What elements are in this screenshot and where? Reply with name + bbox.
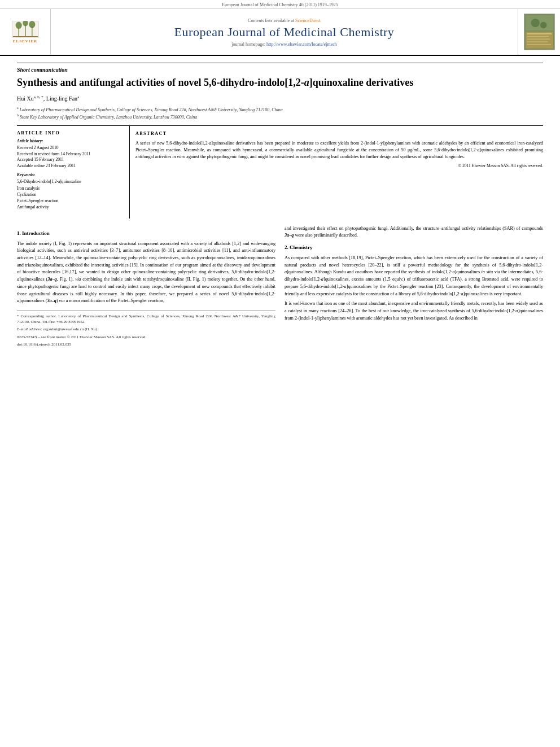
history-label: Article history: <box>17 138 124 143</box>
journal-homepage: journal homepage: http://www.elsevier.co… <box>231 42 337 47</box>
chemistry-title: 2. Chemistry <box>285 244 543 252</box>
elsevier-logo-area: ELSEVIER <box>0 9 51 55</box>
svg-rect-15 <box>527 39 549 40</box>
journal-homepage-link[interactable]: http://www.elsevier.com/locate/ejmech <box>266 42 337 47</box>
chemistry-para-1: As compared with other methods [18,19], … <box>285 255 543 298</box>
abstract-text: A series of new 5,6-dihydro-indolo[1,2-a… <box>135 140 543 160</box>
article-info-abstract-row: ARTICLE INFO Article history: Received 2… <box>17 125 543 218</box>
journal-cover-area <box>518 9 560 55</box>
svg-rect-14 <box>527 36 549 37</box>
svg-point-11 <box>531 19 539 27</box>
keywords-group: Keywords: 5,6-Dihydro-indolo[1,2-a]quino… <box>17 172 124 210</box>
footnote-doi: doi:10.1016/j.ejmech.2011.02.035 <box>17 342 275 348</box>
abstract-column: ABSTRACT A series of new 5,6-dihydro-ind… <box>130 126 543 218</box>
journal-title-area: Contents lists available at ScienceDirec… <box>51 9 518 55</box>
elsevier-logo-svg <box>8 21 42 38</box>
elsevier-logo: ELSEVIER <box>6 21 45 43</box>
body-right-column: and investigated their effect on phytopa… <box>285 225 543 350</box>
top-journal-bar: European Journal of Medicinal Chemistry … <box>0 0 560 9</box>
article-title: Synthesis and antifungal activities of n… <box>17 76 543 89</box>
sciencedirect-link[interactable]: ScienceDirect <box>295 18 321 23</box>
elsevier-wordmark: ELSEVIER <box>13 39 37 43</box>
article-info-column: ARTICLE INFO Article history: Received 2… <box>17 126 130 218</box>
article-history-group: Article history: Received 2 August 2010 … <box>17 138 124 169</box>
intro-para-1: The indole moiety (I, Fig. 1) represents… <box>17 241 275 305</box>
journal-title: European Journal of Medicinal Chemistry <box>174 25 395 40</box>
svg-rect-16 <box>527 41 548 42</box>
intro-title: 1. Introduction <box>17 230 275 238</box>
affiliation-b: b State Key Laboratory of Applied Organi… <box>17 113 543 120</box>
svg-point-2 <box>15 21 21 29</box>
received-date: Received 2 August 2010 <box>17 145 124 151</box>
chemistry-para-2: It is well-known that iron as one of the… <box>285 300 543 322</box>
cover-svg <box>524 14 554 50</box>
main-content: Short communication Synthesis and antifu… <box>0 56 560 356</box>
body-left-column: 1. Introduction The indole moiety (I, Fi… <box>17 225 275 350</box>
intro-para-2: and investigated their effect on phytopa… <box>285 225 543 239</box>
received-revised-label: Received in revised form 14 February 201… <box>17 151 124 158</box>
body-columns: 1. Introduction The indole moiety (I, Fi… <box>17 225 543 350</box>
svg-point-6 <box>29 21 35 28</box>
affiliations: a Laboratory of Pharmaceutical Design an… <box>17 106 543 120</box>
sciencedirect-line: Contents lists available at ScienceDirec… <box>248 18 321 23</box>
article-type: Short communication <box>17 63 543 73</box>
accepted-date: Accepted 15 February 2011 <box>17 157 124 163</box>
journal-cover-image <box>524 14 555 50</box>
journal-header: ELSEVIER Contents lists available at Sci… <box>0 9 560 56</box>
footnote-corresponding: * Corresponding author. Laboratory of Ph… <box>17 314 275 325</box>
footnote-email: E-mail address: orgxuhui@nwsuaf.edu.cn (… <box>17 327 275 333</box>
keyword-5: Antifungal activity <box>17 204 124 210</box>
keyword-2: Iron catalysis <box>17 185 124 191</box>
from-text: from <box>285 316 294 321</box>
abstract-copyright: © 2011 Elsevier Masson SAS. All rights r… <box>135 163 543 169</box>
article-info-header: ARTICLE INFO <box>17 130 124 136</box>
authors-line: Hui Xua, b, *, Ling-ling Fana <box>17 95 543 102</box>
svg-rect-13 <box>527 33 551 34</box>
journal-reference: European Journal of Medicinal Chemistry … <box>222 2 338 7</box>
keyword-1: 5,6-Dihydro-indolo[1,2-a]quinoxaline <box>17 178 124 185</box>
keyword-3: Cyclization <box>17 191 124 198</box>
affiliation-a: a Laboratory of Pharmaceutical Design an… <box>17 106 543 113</box>
keywords-label: Keywords: <box>17 172 124 177</box>
keyword-4: Pictet–Spengler reaction <box>17 198 124 204</box>
footnote-issn: 0223-5234/$ – see front matter © 2011 El… <box>17 335 275 340</box>
svg-rect-17 <box>527 44 550 45</box>
abstract-header: ABSTRACT <box>135 130 543 137</box>
footnote-area: * Corresponding author. Laboratory of Ph… <box>17 311 275 348</box>
available-date: Available online 23 February 2011 <box>17 163 124 169</box>
svg-point-12 <box>540 22 546 29</box>
